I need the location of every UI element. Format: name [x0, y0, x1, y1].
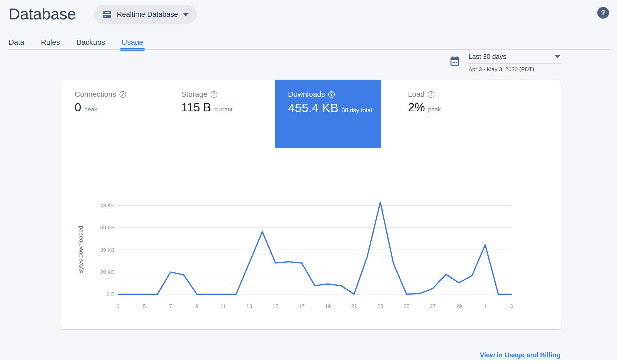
help-icon: ? — [601, 9, 606, 17]
database-icon — [102, 10, 112, 19]
usage-card: Connections ? 0 peak Storage ? 115 B cur… — [61, 80, 561, 329]
x-tick-label: 7 — [169, 303, 172, 309]
tab-usage-label: Usage — [122, 38, 143, 46]
x-tick-label: 9 — [195, 303, 198, 309]
tab-backups[interactable]: Backups — [77, 36, 105, 49]
y-tick-label: 0 B — [107, 291, 115, 297]
tab-rules[interactable]: Rules — [41, 36, 60, 49]
x-tick-label: 3 — [510, 303, 513, 309]
date-range-detail: Apr 3 - May 3, 2020 (PDT) — [468, 66, 534, 72]
x-tick-label: 15 — [273, 303, 278, 309]
x-tick-label: 19 — [325, 303, 331, 309]
page-title: Database — [9, 5, 76, 23]
y-tick-label: 78 KB — [100, 203, 115, 208]
x-tick-label: 3 — [117, 303, 119, 309]
tab-bar: Data Rules Backups Usage — [9, 36, 143, 49]
x-tick-label: 27 — [430, 303, 436, 309]
chevron-down-icon — [183, 13, 189, 16]
y-tick-label: 59 KB — [100, 225, 115, 230]
y-axis-title: Bytes downloaded — [77, 226, 84, 274]
database-selector-label: Realtime Database — [117, 10, 178, 19]
tab-usage[interactable]: Usage — [122, 36, 143, 49]
tab-divider — [8, 49, 610, 50]
downloads-line-series — [118, 202, 511, 294]
tab-data[interactable]: Data — [9, 36, 24, 49]
x-tick-label: 1 — [484, 303, 487, 309]
x-tick-label: 25 — [404, 303, 410, 309]
y-tick-label: 39 KB — [100, 247, 115, 253]
usage-chart: 0 B20 KB39 KB59 KB78 KB35791113151719212… — [61, 80, 561, 329]
date-range-underline — [468, 63, 560, 64]
database-selector-dropdown[interactable]: Realtime Database — [94, 5, 197, 24]
x-tick-label: 29 — [456, 303, 462, 309]
x-tick-label: 23 — [377, 303, 383, 309]
bottom-strip — [0, 360, 617, 364]
date-range-label: Last 30 days — [468, 53, 506, 60]
chevron-down-icon — [555, 55, 560, 58]
help-button[interactable]: ? — [597, 7, 609, 19]
x-tick-label: 17 — [299, 303, 305, 309]
x-tick-label: 21 — [351, 303, 357, 309]
x-tick-label: 5 — [143, 303, 146, 309]
y-tick-label: 20 KB — [100, 269, 115, 275]
x-tick-label: 13 — [246, 303, 252, 309]
x-tick-label: 11 — [220, 303, 226, 309]
calendar-icon — [449, 55, 461, 68]
view-usage-billing-link[interactable]: View in Usage and Billing — [480, 351, 560, 359]
